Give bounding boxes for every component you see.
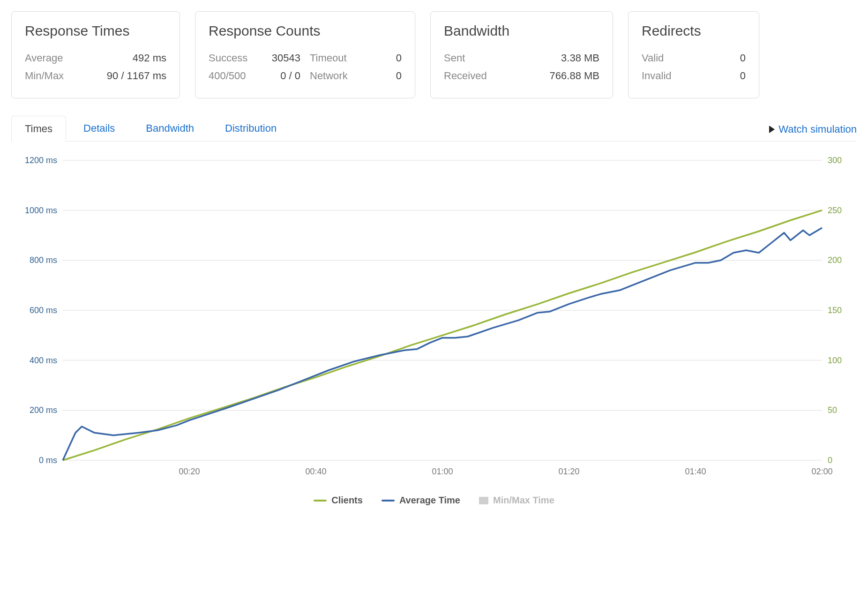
svg-text:400 ms: 400 ms — [30, 356, 57, 365]
svg-text:00:40: 00:40 — [305, 467, 326, 476]
tab-distribution[interactable]: Distribution — [211, 115, 290, 141]
svg-text:50: 50 — [828, 405, 837, 415]
metric-label: Valid — [642, 52, 693, 64]
metric-label: Invalid — [642, 70, 693, 82]
legend-label: Min/Max Time — [493, 495, 554, 506]
metric-value: 90 / 1167 ms — [87, 70, 166, 82]
metric-label: Sent — [444, 52, 509, 64]
svg-text:02:00: 02:00 — [811, 467, 832, 476]
svg-text:0: 0 — [828, 456, 832, 465]
metric-label: Average — [25, 52, 81, 64]
play-icon — [769, 126, 775, 133]
svg-text:1200 ms: 1200 ms — [25, 156, 57, 165]
card-title: Bandwidth — [444, 23, 599, 39]
card-title: Response Counts — [209, 23, 402, 39]
tab-bar: Times Details Bandwidth Distribution Wat… — [11, 115, 857, 142]
metric-value: 766.88 MB — [529, 70, 599, 82]
tab-bandwidth[interactable]: Bandwidth — [132, 115, 208, 141]
metric-label: Received — [444, 70, 509, 82]
metric-value: 0 — [364, 52, 402, 64]
metric-label: Network — [310, 70, 361, 82]
watch-simulation-link[interactable]: Watch simulation — [769, 123, 857, 141]
card-title: Redirects — [642, 23, 746, 39]
metric-value: 492 ms — [87, 52, 166, 64]
card-title: Response Times — [25, 23, 166, 39]
svg-text:1000 ms: 1000 ms — [25, 206, 57, 215]
svg-text:01:00: 01:00 — [432, 467, 453, 476]
svg-text:800 ms: 800 ms — [30, 255, 57, 265]
times-chart: 0 ms200 ms400 ms600 ms800 ms1000 ms1200 … — [11, 156, 857, 484]
svg-text:200 ms: 200 ms — [30, 405, 57, 415]
legend-swatch-icon — [314, 500, 327, 502]
svg-text:150: 150 — [828, 306, 842, 315]
card-redirects: Redirects Valid 0 Invalid 0 — [628, 11, 759, 98]
legend-item-clients: Clients — [314, 495, 363, 506]
legend-item-average-time: Average Time — [382, 495, 460, 506]
svg-text:01:20: 01:20 — [558, 467, 579, 476]
svg-text:250: 250 — [828, 206, 842, 215]
svg-text:01:40: 01:40 — [685, 467, 706, 476]
metric-value: 0 — [718, 70, 746, 82]
watch-label: Watch simulation — [778, 123, 857, 135]
svg-text:600 ms: 600 ms — [30, 306, 57, 315]
svg-text:100: 100 — [828, 356, 842, 365]
legend-swatch-icon — [382, 500, 395, 502]
svg-text:0 ms: 0 ms — [39, 456, 57, 465]
metric-label: Min/Max — [25, 70, 81, 82]
card-response-counts: Response Counts Success 30543 Timeout 0 … — [195, 11, 415, 98]
metric-label: 400/500 — [209, 70, 260, 82]
metric-value: 0 — [718, 52, 746, 64]
legend-item-minmax-time: Min/Max Time — [479, 495, 554, 506]
legend-label: Average Time — [399, 495, 460, 506]
metric-label: Timeout — [310, 52, 361, 64]
tab-details[interactable]: Details — [70, 115, 128, 141]
metric-value: 3.38 MB — [529, 52, 599, 64]
metric-value: 0 / 0 — [263, 70, 300, 82]
chart-legend: Clients Average Time Min/Max Time — [11, 495, 857, 506]
tab-times[interactable]: Times — [11, 116, 66, 142]
card-bandwidth: Bandwidth Sent 3.38 MB Received 766.88 M… — [430, 11, 613, 98]
metric-value: 30543 — [263, 52, 300, 64]
legend-swatch-icon — [479, 497, 488, 504]
card-response-times: Response Times Average 492 ms Min/Max 90… — [11, 11, 180, 98]
metric-value: 0 — [364, 70, 402, 82]
legend-label: Clients — [331, 495, 363, 506]
svg-text:00:20: 00:20 — [179, 467, 200, 476]
svg-text:300: 300 — [828, 156, 842, 165]
svg-text:200: 200 — [828, 255, 842, 265]
metric-label: Success — [209, 52, 260, 64]
